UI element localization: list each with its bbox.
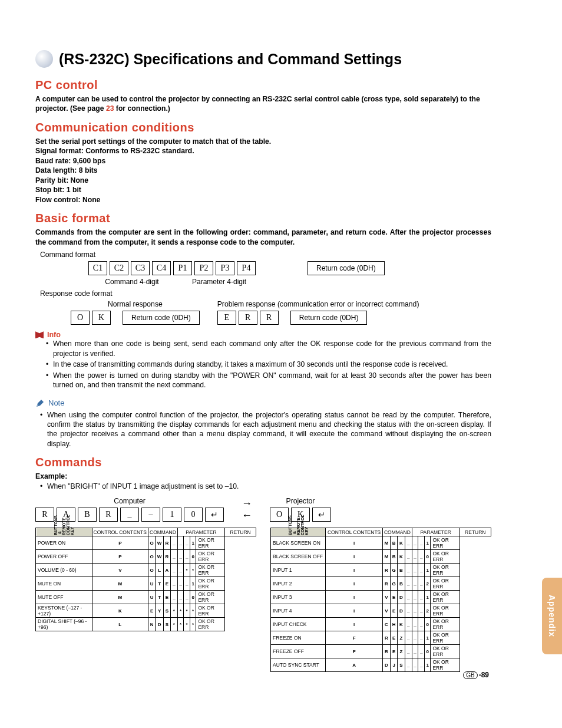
control-name: AUTO SYNC START bbox=[271, 658, 326, 672]
ok-cell: O bbox=[270, 508, 289, 522]
cmd-char: O bbox=[148, 536, 156, 550]
arrow-left-icon: ← bbox=[242, 510, 252, 521]
note-item: When using the computer control function… bbox=[47, 410, 491, 449]
control-name: DIGITAL SHIFT (–96 - +96) bbox=[36, 618, 92, 631]
param-char: * bbox=[184, 618, 190, 631]
cmd-char: V bbox=[92, 564, 148, 577]
cmd-char: W bbox=[156, 536, 164, 550]
return-value: OK OR ERR bbox=[196, 618, 225, 631]
param-char: _ bbox=[405, 591, 412, 604]
th-return: RETURN bbox=[459, 528, 491, 536]
cmd-char: B bbox=[390, 550, 397, 564]
table-row: POWER OFFPOWR___0OK OR ERR bbox=[36, 550, 256, 564]
cmd-char: R bbox=[382, 645, 390, 658]
cmd-char: K bbox=[398, 536, 405, 550]
return-value: OK OR ERR bbox=[431, 618, 459, 631]
param-char: * bbox=[190, 604, 196, 618]
param-char: _ bbox=[405, 618, 412, 631]
note-heading: Note bbox=[35, 398, 491, 408]
param-char: _ bbox=[170, 564, 177, 577]
book-icon bbox=[35, 331, 44, 338]
param-char: * bbox=[184, 604, 190, 618]
control-name: INPUT 1 bbox=[271, 564, 326, 577]
return-value: OK OR ERR bbox=[196, 550, 225, 564]
cell-p2: P2 bbox=[194, 261, 213, 275]
cmd-char: Y bbox=[156, 604, 164, 618]
cmd-char: E bbox=[390, 591, 397, 604]
cmd-format-label: Command format bbox=[40, 251, 491, 259]
param-char: _ bbox=[184, 536, 190, 550]
under-labels: Command 4-digit Parameter 4-digit bbox=[88, 278, 491, 286]
cell-return-err: Return code (0DH) bbox=[290, 311, 368, 325]
example-cell: B bbox=[78, 508, 97, 522]
cmd-char: A bbox=[326, 658, 383, 672]
computer-label: Computer bbox=[35, 497, 224, 505]
param-char: * bbox=[170, 618, 177, 631]
arrows-icon: → ← bbox=[242, 498, 252, 521]
control-name: MUTE ON bbox=[36, 577, 92, 591]
cell-r1: R bbox=[239, 311, 257, 325]
param-char: 1 bbox=[190, 536, 196, 550]
right-command-table: BUTTONS & REMOTE CONTROL KEY CONTROL CON… bbox=[270, 528, 491, 672]
cmd-char: K bbox=[398, 550, 405, 564]
cmd-char: B bbox=[390, 536, 397, 550]
param-char: 1 bbox=[190, 577, 196, 591]
cmd-char: F bbox=[326, 645, 383, 658]
cmd-char: E bbox=[148, 604, 156, 618]
param-char: 1 bbox=[424, 658, 431, 672]
param-char: _ bbox=[170, 577, 177, 591]
comm-line3: Baud rate: 9,600 bps bbox=[35, 156, 491, 166]
cmd-char: P bbox=[92, 550, 148, 564]
param-char: 0 bbox=[190, 550, 196, 564]
cmd-char: S bbox=[163, 618, 170, 631]
return-value: OK OR ERR bbox=[196, 564, 225, 577]
cmd-char: S bbox=[163, 604, 170, 618]
cell-o: O bbox=[71, 311, 90, 325]
th-parameter: PARAMETER bbox=[177, 528, 224, 536]
param-char: _ bbox=[412, 618, 418, 631]
param-char: _ bbox=[412, 577, 418, 591]
return-value: OK OR ERR bbox=[431, 645, 459, 658]
param-char: _ bbox=[177, 564, 184, 577]
return-value: OK OR ERR bbox=[431, 604, 459, 618]
cmd-char: D bbox=[156, 618, 164, 631]
param-char: _ bbox=[405, 564, 412, 577]
cmd-char: R bbox=[382, 564, 390, 577]
cmd-char: R bbox=[163, 550, 170, 564]
param-char: _ bbox=[412, 645, 418, 658]
table-row: KEYSTONE (–127 - +127)KEYS****OK OR ERR bbox=[36, 604, 256, 618]
param-char: _ bbox=[412, 550, 418, 564]
param-char: _ bbox=[405, 631, 412, 645]
comm-line1: Set the serial port settings of the comp… bbox=[35, 137, 491, 146]
info-list: When more than one code is being sent, s… bbox=[35, 339, 491, 390]
control-name: BLACK SCREEN OFF bbox=[271, 550, 326, 564]
page-content: (RS-232C) Specifications and Command Set… bbox=[0, 0, 527, 696]
param-char: _ bbox=[177, 550, 184, 564]
cmd-char: O bbox=[148, 564, 156, 577]
page-number: GB-89 bbox=[463, 671, 489, 679]
control-name: INPUT 4 bbox=[271, 604, 326, 618]
control-name: POWER OFF bbox=[36, 550, 92, 564]
param-char: 1 bbox=[424, 536, 431, 550]
param-char: _ bbox=[418, 618, 425, 631]
param-char: _ bbox=[405, 604, 412, 618]
th-parameter: PARAMETER bbox=[412, 528, 459, 536]
cmd-char: M bbox=[382, 550, 390, 564]
param-char: _ bbox=[412, 658, 418, 672]
param-char: 0 bbox=[190, 591, 196, 604]
example-row: Computer RABR_–10↵ → ← Projector OK↵ bbox=[35, 497, 491, 522]
table-row: INPUT CHECKICHK___0OK OR ERR bbox=[271, 618, 491, 631]
cell-r2: R bbox=[260, 311, 279, 325]
table-row: BLACK SCREEN OFFIMBK___0OK OR ERR bbox=[271, 550, 491, 564]
cmd-char: E bbox=[390, 604, 397, 618]
param-char: _ bbox=[184, 550, 190, 564]
cmd-char: G bbox=[390, 564, 397, 577]
cmd-char: O bbox=[148, 550, 156, 564]
param-char: _ bbox=[405, 645, 412, 658]
cmd-char: K bbox=[398, 618, 405, 631]
param-char: 1 bbox=[424, 564, 431, 577]
info-heading: Info bbox=[35, 331, 491, 339]
info-item: In the case of transmitting commands dur… bbox=[53, 360, 491, 369]
page-ref-link[interactable]: 23 bbox=[106, 104, 114, 113]
return-glyph-icon: ↵ bbox=[312, 508, 331, 522]
